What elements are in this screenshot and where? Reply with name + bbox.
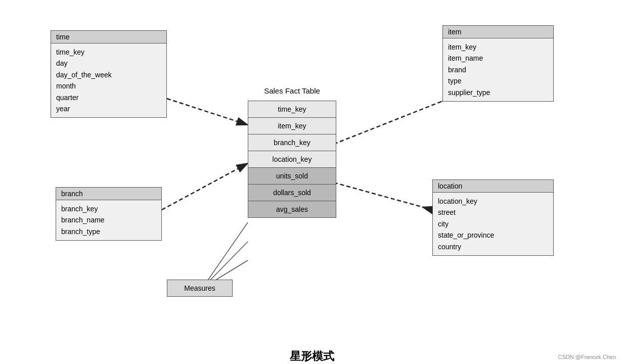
location-table: location location_key street city state_… — [432, 179, 554, 256]
field-time-key: time_key — [56, 47, 161, 58]
item-table: item item_key item_name brand type suppl… — [442, 25, 554, 102]
fact-table: Sales Fact Table time_key item_key branc… — [248, 83, 336, 218]
svg-line-4 — [202, 222, 248, 288]
fact-table-title: Sales Fact Table — [248, 83, 336, 98]
field-branch-key: branch_key — [61, 203, 156, 214]
field-location-key: location_key — [438, 196, 548, 207]
field-city: city — [438, 218, 548, 230]
location-table-header: location — [433, 180, 553, 193]
svg-line-0 — [167, 99, 248, 125]
fact-row-branch-key: branch_key — [248, 134, 336, 151]
fact-row-units-sold: units_sold — [248, 168, 336, 185]
location-table-body: location_key street city state_or_provin… — [433, 193, 553, 255]
svg-line-3 — [334, 183, 432, 210]
field-item-key: item_key — [448, 41, 548, 53]
diagram-container: time time_key day day_of_the_week month … — [0, 0, 624, 344]
field-year: year — [56, 103, 161, 114]
field-branch-type: branch_type — [61, 226, 156, 237]
field-street: street — [438, 207, 548, 218]
time-table-body: time_key day day_of_the_week month quart… — [51, 43, 166, 117]
field-country: country — [438, 241, 548, 252]
svg-line-2 — [162, 163, 248, 210]
fact-row-time-key: time_key — [248, 101, 336, 118]
field-item-name: item_name — [448, 53, 548, 64]
time-table: time time_key day day_of_the_week month … — [51, 30, 167, 118]
page-title: 星形模式 — [0, 344, 624, 364]
measures-box: Measures — [167, 280, 233, 297]
time-table-header: time — [51, 31, 166, 43]
field-day-of-week: day_of_the_week — [56, 69, 161, 80]
field-supplier-type: supplier_type — [448, 87, 548, 98]
fact-row-item-key: item_key — [248, 118, 336, 134]
item-table-header: item — [443, 26, 553, 38]
field-day: day — [56, 58, 161, 69]
field-month: month — [56, 80, 161, 92]
fact-rows: time_key item_key branch_key location_ke… — [248, 101, 336, 218]
field-branch-name: branch_name — [61, 214, 156, 225]
branch-table-header: branch — [56, 188, 161, 200]
fact-row-dollars-sold: dollars_sold — [248, 185, 336, 201]
fact-row-location-key: location_key — [248, 151, 336, 168]
field-state-province: state_or_province — [438, 230, 548, 241]
field-quarter: quarter — [56, 92, 161, 103]
branch-table: branch branch_key branch_name branch_typ… — [56, 187, 162, 241]
item-table-body: item_key item_name brand type supplier_t… — [443, 38, 553, 101]
field-brand: brand — [448, 64, 548, 75]
svg-line-1 — [334, 101, 442, 144]
branch-table-body: branch_key branch_name branch_type — [56, 200, 161, 240]
measures-label: Measures — [167, 280, 232, 296]
watermark: CSDN @Francek Chen — [558, 354, 616, 360]
field-type: type — [448, 75, 548, 86]
fact-row-avg-sales: avg_sales — [248, 201, 336, 217]
